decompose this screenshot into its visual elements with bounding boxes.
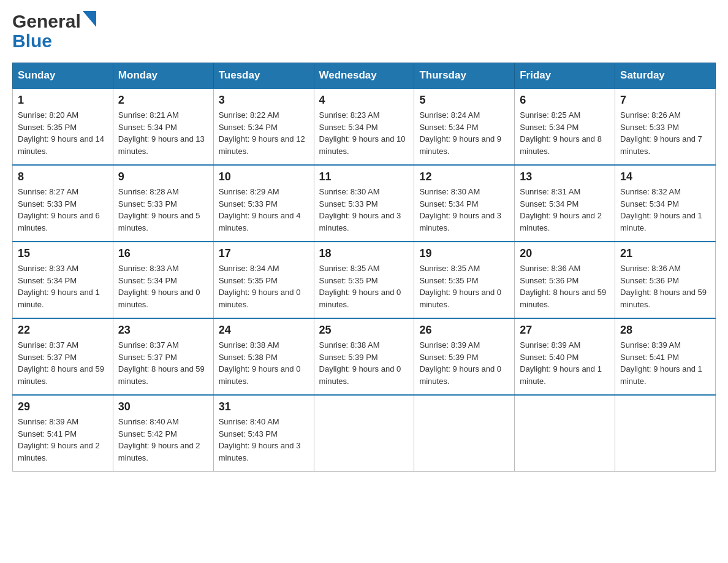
day-number: 22 [18,324,108,337]
day-info: Sunrise: 8:31 AM Sunset: 5:34 PM Dayligh… [520,186,610,234]
logo-arrow-icon [83,11,96,29]
week-row-4: 22 Sunrise: 8:37 AM Sunset: 5:37 PM Dayl… [13,318,716,395]
day-info: Sunrise: 8:39 AM Sunset: 5:41 PM Dayligh… [620,339,710,387]
calendar-cell [314,395,414,472]
col-sunday: Sunday [13,63,113,89]
day-number: 3 [219,94,309,107]
logo: General Blue [12,12,96,52]
calendar-cell: 30 Sunrise: 8:40 AM Sunset: 5:42 PM Dayl… [113,395,213,472]
calendar-cell: 26 Sunrise: 8:39 AM Sunset: 5:39 PM Dayl… [414,318,515,395]
day-number: 24 [219,324,309,337]
week-row-3: 15 Sunrise: 8:33 AM Sunset: 5:34 PM Dayl… [13,242,716,318]
day-info: Sunrise: 8:33 AM Sunset: 5:34 PM Dayligh… [118,262,208,310]
calendar-cell: 16 Sunrise: 8:33 AM Sunset: 5:34 PM Dayl… [113,242,213,318]
day-info: Sunrise: 8:37 AM Sunset: 5:37 PM Dayligh… [18,339,108,387]
day-info: Sunrise: 8:39 AM Sunset: 5:39 PM Dayligh… [419,339,509,387]
calendar-cell: 11 Sunrise: 8:30 AM Sunset: 5:33 PM Dayl… [314,165,414,242]
week-row-1: 1 Sunrise: 8:20 AM Sunset: 5:35 PM Dayli… [13,88,716,165]
calendar-cell: 18 Sunrise: 8:35 AM Sunset: 5:35 PM Dayl… [314,242,414,318]
day-number: 20 [520,247,610,260]
calendar-cell: 6 Sunrise: 8:25 AM Sunset: 5:34 PM Dayli… [515,88,615,165]
calendar-header-row: Sunday Monday Tuesday Wednesday Thursday… [13,63,716,89]
day-info: Sunrise: 8:39 AM Sunset: 5:41 PM Dayligh… [18,416,108,464]
week-row-2: 8 Sunrise: 8:27 AM Sunset: 5:33 PM Dayli… [13,165,716,242]
calendar-cell: 31 Sunrise: 8:40 AM Sunset: 5:43 PM Dayl… [213,395,314,472]
day-number: 15 [18,247,108,260]
day-number: 6 [520,94,610,107]
day-info: Sunrise: 8:27 AM Sunset: 5:33 PM Dayligh… [18,186,108,234]
day-info: Sunrise: 8:30 AM Sunset: 5:34 PM Dayligh… [419,186,509,234]
calendar-cell: 25 Sunrise: 8:38 AM Sunset: 5:39 PM Dayl… [314,318,414,395]
calendar-cell: 27 Sunrise: 8:39 AM Sunset: 5:40 PM Dayl… [515,318,615,395]
day-number: 2 [118,94,208,107]
calendar-cell: 8 Sunrise: 8:27 AM Sunset: 5:33 PM Dayli… [13,165,113,242]
calendar-cell: 23 Sunrise: 8:37 AM Sunset: 5:37 PM Dayl… [113,318,213,395]
day-number: 19 [419,247,509,260]
calendar-cell: 10 Sunrise: 8:29 AM Sunset: 5:33 PM Dayl… [213,165,314,242]
page-header: General Blue [12,12,716,52]
day-info: Sunrise: 8:34 AM Sunset: 5:35 PM Dayligh… [219,262,309,310]
day-info: Sunrise: 8:36 AM Sunset: 5:36 PM Dayligh… [620,262,710,310]
day-number: 14 [620,170,710,183]
col-thursday: Thursday [414,63,515,89]
logo-blue-text: Blue [12,31,52,52]
day-number: 29 [18,400,108,413]
col-friday: Friday [515,63,615,89]
calendar-cell [515,395,615,472]
day-number: 8 [18,170,108,183]
week-row-5: 29 Sunrise: 8:39 AM Sunset: 5:41 PM Dayl… [13,395,716,472]
day-number: 16 [118,247,208,260]
day-info: Sunrise: 8:40 AM Sunset: 5:42 PM Dayligh… [118,416,208,464]
day-info: Sunrise: 8:37 AM Sunset: 5:37 PM Dayligh… [118,339,208,387]
calendar-cell: 5 Sunrise: 8:24 AM Sunset: 5:34 PM Dayli… [414,88,515,165]
day-number: 10 [219,170,309,183]
calendar-cell: 19 Sunrise: 8:35 AM Sunset: 5:35 PM Dayl… [414,242,515,318]
calendar-cell: 7 Sunrise: 8:26 AM Sunset: 5:33 PM Dayli… [615,88,716,165]
day-number: 23 [118,324,208,337]
col-wednesday: Wednesday [314,63,414,89]
col-tuesday: Tuesday [213,63,314,89]
calendar-cell: 3 Sunrise: 8:22 AM Sunset: 5:34 PM Dayli… [213,88,314,165]
day-number: 12 [419,170,509,183]
day-info: Sunrise: 8:33 AM Sunset: 5:34 PM Dayligh… [18,262,108,310]
day-number: 1 [18,94,108,107]
day-number: 9 [118,170,208,183]
day-info: Sunrise: 8:22 AM Sunset: 5:34 PM Dayligh… [219,109,309,157]
day-number: 13 [520,170,610,183]
calendar-cell: 12 Sunrise: 8:30 AM Sunset: 5:34 PM Dayl… [414,165,515,242]
day-number: 26 [419,324,509,337]
day-info: Sunrise: 8:36 AM Sunset: 5:36 PM Dayligh… [520,262,610,310]
day-info: Sunrise: 8:20 AM Sunset: 5:35 PM Dayligh… [18,109,108,157]
svg-marker-0 [83,11,96,27]
day-info: Sunrise: 8:35 AM Sunset: 5:35 PM Dayligh… [319,262,409,310]
day-info: Sunrise: 8:30 AM Sunset: 5:33 PM Dayligh… [319,186,409,234]
calendar-cell: 29 Sunrise: 8:39 AM Sunset: 5:41 PM Dayl… [13,395,113,472]
day-info: Sunrise: 8:40 AM Sunset: 5:43 PM Dayligh… [219,416,309,464]
day-info: Sunrise: 8:25 AM Sunset: 5:34 PM Dayligh… [520,109,610,157]
day-info: Sunrise: 8:39 AM Sunset: 5:40 PM Dayligh… [520,339,610,387]
day-number: 27 [520,324,610,337]
calendar-cell: 1 Sunrise: 8:20 AM Sunset: 5:35 PM Dayli… [13,88,113,165]
calendar-cell: 14 Sunrise: 8:32 AM Sunset: 5:34 PM Dayl… [615,165,716,242]
day-number: 17 [219,247,309,260]
calendar-cell: 2 Sunrise: 8:21 AM Sunset: 5:34 PM Dayli… [113,88,213,165]
day-number: 28 [620,324,710,337]
calendar-cell: 9 Sunrise: 8:28 AM Sunset: 5:33 PM Dayli… [113,165,213,242]
day-number: 31 [219,400,309,413]
day-number: 30 [118,400,208,413]
day-info: Sunrise: 8:24 AM Sunset: 5:34 PM Dayligh… [419,109,509,157]
day-number: 11 [319,170,409,183]
day-info: Sunrise: 8:35 AM Sunset: 5:35 PM Dayligh… [419,262,509,310]
calendar-table: Sunday Monday Tuesday Wednesday Thursday… [12,63,716,472]
calendar-cell: 24 Sunrise: 8:38 AM Sunset: 5:38 PM Dayl… [213,318,314,395]
day-number: 25 [319,324,409,337]
calendar-cell: 28 Sunrise: 8:39 AM Sunset: 5:41 PM Dayl… [615,318,716,395]
day-info: Sunrise: 8:38 AM Sunset: 5:38 PM Dayligh… [219,339,309,387]
col-monday: Monday [113,63,213,89]
day-info: Sunrise: 8:21 AM Sunset: 5:34 PM Dayligh… [118,109,208,157]
calendar-cell: 4 Sunrise: 8:23 AM Sunset: 5:34 PM Dayli… [314,88,414,165]
calendar-cell [414,395,515,472]
day-info: Sunrise: 8:29 AM Sunset: 5:33 PM Dayligh… [219,186,309,234]
day-number: 21 [620,247,710,260]
day-info: Sunrise: 8:26 AM Sunset: 5:33 PM Dayligh… [620,109,710,157]
